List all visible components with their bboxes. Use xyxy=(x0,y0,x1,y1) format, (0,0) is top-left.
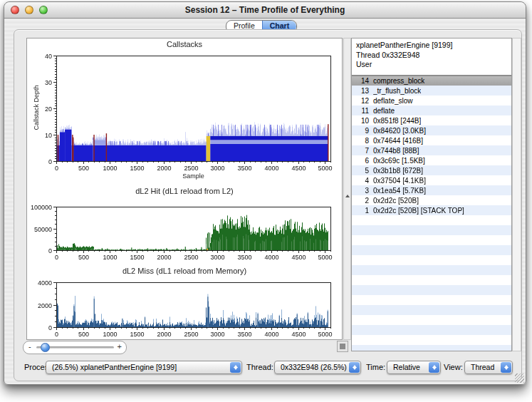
title-bar[interactable]: Session 12 – Time Profile of Everything xyxy=(4,2,526,19)
list-stripe xyxy=(352,235,511,245)
zoom-in-label[interactable]: + xyxy=(118,342,122,351)
x-axis-label-sample: Sample xyxy=(56,172,330,180)
thread-id-text: Thread 0x332E948 xyxy=(356,51,511,61)
list-stripe xyxy=(352,275,511,285)
list-stripe xyxy=(352,335,511,345)
process-name-text: xplanetPantherEngine [9199] xyxy=(356,41,511,51)
list-row[interactable]: 20x2d2c [520B] xyxy=(352,195,511,205)
list-row[interactable]: 50x3b1b8 [672B] xyxy=(352,165,511,175)
list-stripe xyxy=(352,245,511,255)
time-label: Time: xyxy=(366,361,385,374)
bottom-controls: Process: (26.5%) xplanetPantherEngine [9… xyxy=(4,361,526,375)
list-row[interactable]: 80x74644 [416B] xyxy=(352,135,511,145)
zoom-slider-thumb[interactable] xyxy=(41,343,50,352)
panel-splitter[interactable] xyxy=(343,38,351,340)
zoom-slider: - + xyxy=(23,341,127,354)
list-stripe xyxy=(352,215,511,225)
list-stripe xyxy=(352,325,511,335)
popup-arrows-icon xyxy=(349,362,360,373)
callstack-header: xplanetPantherEngine [9199] Thread 0x332… xyxy=(352,38,511,76)
view-popup-value: Thread xyxy=(471,363,494,371)
chart-title-l2-miss: dL2 Miss (dL1 reload from Memory) xyxy=(27,267,342,275)
desktop: Session 12 – Time Profile of Everything … xyxy=(0,0,532,402)
process-popup[interactable]: (26.5%) xplanetPantherEngine [9199] xyxy=(46,361,242,374)
time-popup-value: Relative xyxy=(393,363,420,371)
thread-popup[interactable]: 0x332E948 (26.5%) xyxy=(274,361,361,374)
list-row[interactable]: 14compress_block xyxy=(352,76,511,86)
list-row[interactable]: 13_tr_flush_block xyxy=(352,86,511,96)
process-popup-value: (26.5%) xplanetPantherEngine [9199] xyxy=(52,363,177,371)
chart-title-l2-hit: dL2 Hit (dL1 reload from L2) xyxy=(27,187,342,195)
list-row[interactable]: 11deflate xyxy=(352,105,511,115)
resize-grip-icon[interactable] xyxy=(515,373,524,383)
user-mode-text: User xyxy=(356,60,511,70)
chart-title-callstacks: Callstacks xyxy=(27,40,342,48)
list-row[interactable]: 90x84620 [3.0KB] xyxy=(352,125,511,135)
list-stripe xyxy=(352,285,511,295)
list-row[interactable]: 10x2d2c [520B] [STACK TOP] xyxy=(352,205,511,215)
popup-arrows-icon xyxy=(501,362,511,373)
list-row[interactable]: 70x744b8 [88B] xyxy=(352,145,511,155)
list-row[interactable]: 12deflate_slow xyxy=(352,96,511,105)
window-title: Session 12 – Time Profile of Everything xyxy=(4,2,526,18)
thread-popup-value: 0x332E948 (26.5%) xyxy=(281,363,347,371)
list-stripe xyxy=(352,315,511,325)
list-stripe xyxy=(352,225,511,235)
chart-panel: Callstacks Callstack Depth Sample dL2 Hi… xyxy=(26,38,343,340)
y-axis-label-callstack-depth: Callstack Depth xyxy=(33,68,40,147)
splitter-arrow-icon xyxy=(345,192,350,197)
list-stripe xyxy=(352,305,511,315)
list-stripe xyxy=(352,255,511,265)
list-row[interactable]: 60x3c69c [1.5KB] xyxy=(352,155,511,165)
view-popup[interactable]: Thread xyxy=(464,361,513,374)
list-row[interactable]: 100x851f8 [244B] xyxy=(352,115,511,125)
thread-label: Thread: xyxy=(246,361,273,374)
callstack-list: 14compress_block13_tr_flush_block12defla… xyxy=(352,76,511,351)
popup-arrows-icon xyxy=(230,362,241,373)
time-popup[interactable]: Relative xyxy=(387,361,441,374)
list-stripe xyxy=(352,295,511,305)
scroll-corner-widget[interactable] xyxy=(337,341,348,352)
list-scrollbar[interactable] xyxy=(512,38,521,351)
view-label: View: xyxy=(444,361,463,374)
popup-arrows-icon xyxy=(429,362,439,373)
list-stripe xyxy=(352,265,511,275)
zoom-out-label[interactable]: - xyxy=(28,342,31,351)
list-row[interactable]: 30x1ea54 [5.7KB] xyxy=(352,185,511,195)
app-window: Session 12 – Time Profile of Everything … xyxy=(4,1,526,385)
list-row[interactable]: 40x37504 [4.1KB] xyxy=(352,175,511,185)
callstack-panel: xplanetPantherEngine [9199] Thread 0x332… xyxy=(351,38,512,351)
list-stripe xyxy=(352,345,511,351)
